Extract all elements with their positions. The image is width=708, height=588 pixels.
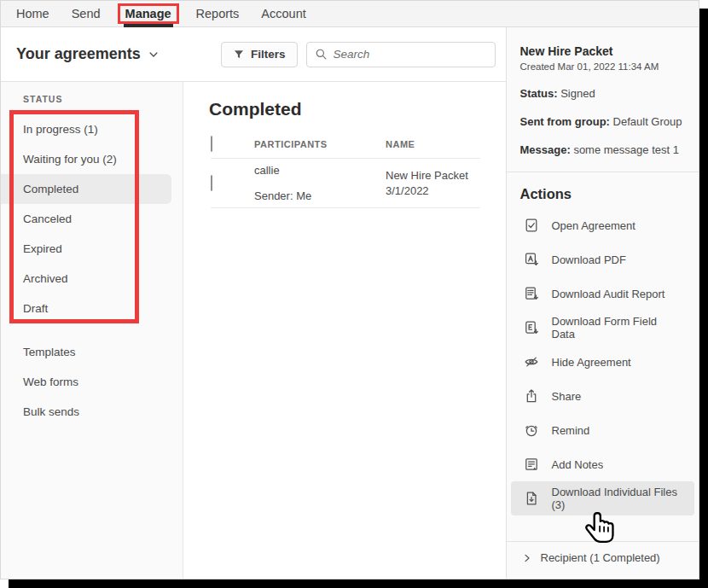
- row-checkbox[interactable]: [211, 175, 212, 191]
- sidebar-item-expired[interactable]: Expired: [1, 234, 183, 264]
- action-label: Download Individual Files (3): [552, 486, 686, 511]
- actions-heading: Actions: [520, 186, 686, 202]
- download-audit-report-icon: [524, 286, 539, 301]
- hide-agreement-icon: [524, 354, 539, 370]
- download-individual-files-icon: [524, 491, 539, 506]
- table-header-row: PARTICIPANTS NAME: [211, 130, 480, 159]
- sidebar-item-canceled[interactable]: Canceled: [1, 204, 183, 234]
- agreements-table: PARTICIPANTS NAME callie Sender: Me New …: [211, 130, 480, 208]
- status-section-label: STATUS: [23, 94, 183, 106]
- action-download-individual-files[interactable]: Download Individual Files (3): [511, 481, 695, 515]
- download-pdf-icon: [524, 252, 539, 267]
- agreement-date: 3/1/2022: [386, 183, 480, 199]
- sidebar-other-list: Templates Web forms Bulk sends: [1, 337, 183, 427]
- detail-field-message: Message: some message test 1: [520, 143, 686, 157]
- chevron-down-icon: [148, 49, 160, 61]
- action-label: Open Agreement: [552, 219, 635, 232]
- active-tab-underline: [124, 24, 173, 27]
- nav-tab-send[interactable]: Send: [72, 7, 101, 20]
- download-form-field-data-icon: [524, 320, 539, 335]
- chevron-right-icon: [522, 553, 532, 563]
- select-all-checkbox[interactable]: [211, 136, 212, 152]
- table-row[interactable]: callie Sender: Me New Hire Packet 3/1/20…: [211, 159, 480, 208]
- detail-field-group: Sent from group: Default Group: [520, 115, 686, 129]
- action-label: Download Form Field Data: [552, 315, 681, 341]
- action-label: Hide Agreement: [552, 356, 631, 369]
- nav-tab-manage[interactable]: Manage: [118, 3, 179, 24]
- action-label: Add Notes: [552, 458, 604, 471]
- agreement-name: New Hire Packet: [386, 168, 480, 183]
- open-agreement-icon: [524, 218, 539, 233]
- name-column-header: NAME: [386, 139, 480, 149]
- recipient-expander-label: Recipient (1 Completed): [541, 551, 660, 564]
- participants-column-header: PARTICIPANTS: [254, 139, 386, 149]
- agreement-detail-panel: New Hire Packet Created Mar 01, 2022 11:…: [506, 27, 699, 579]
- detail-title: New Hire Packet: [520, 44, 686, 58]
- action-download-form-field-data[interactable]: Download Form Field Data: [520, 311, 686, 345]
- message-field-value: some message test 1: [573, 143, 679, 156]
- action-open-agreement[interactable]: Open Agreement: [520, 208, 686, 242]
- agreements-list-panel: Completed PARTICIPANTS NAME callie Sende…: [183, 82, 506, 579]
- action-remind[interactable]: Remind: [520, 413, 686, 447]
- action-label: Share: [552, 390, 582, 403]
- message-field-label: Message:: [520, 143, 571, 156]
- recipient-expander[interactable]: Recipient (1 Completed): [520, 542, 686, 564]
- nav-tab-account[interactable]: Account: [261, 7, 305, 20]
- list-heading: Completed: [209, 99, 506, 119]
- sidebar-item-in-progress[interactable]: In progress (1): [1, 114, 183, 144]
- action-download-audit-report[interactable]: Download Audit Report: [520, 277, 686, 311]
- acrobat-sign-manage-window: Home Send Manage Reports Account Your ag…: [0, 0, 699, 579]
- filters-button[interactable]: Filters: [221, 42, 298, 67]
- action-add-notes[interactable]: Add Notes: [520, 447, 686, 481]
- action-hide-agreement[interactable]: Hide Agreement: [520, 345, 686, 379]
- action-label: Download PDF: [552, 253, 626, 266]
- sidebar-item-waiting-for-you[interactable]: Waiting for you (2): [1, 144, 183, 174]
- participant-sender: Sender: Me: [254, 189, 386, 202]
- action-share[interactable]: Share: [520, 379, 686, 413]
- sidebar-item-archived[interactable]: Archived: [1, 264, 183, 294]
- share-icon: [524, 388, 539, 404]
- top-navigation: Home Send Manage Reports Account: [1, 1, 699, 27]
- agreements-title-dropdown[interactable]: Your agreements: [16, 45, 160, 63]
- nav-tab-reports[interactable]: Reports: [196, 7, 240, 20]
- status-sidebar: STATUS In progress (1) Waiting for you (…: [1, 82, 183, 579]
- panel-divider: [507, 172, 699, 172]
- nav-tab-home[interactable]: Home: [16, 7, 49, 20]
- status-field-label: Status:: [520, 87, 558, 100]
- nav-tab-manage-label: Manage: [125, 7, 171, 20]
- sidebar-item-web-forms[interactable]: Web forms: [1, 367, 183, 397]
- action-download-pdf[interactable]: Download PDF: [520, 242, 686, 277]
- participant-name: callie: [254, 164, 386, 177]
- add-notes-icon: [524, 457, 539, 472]
- action-label: Download Audit Report: [552, 288, 665, 300]
- sidebar-item-templates[interactable]: Templates: [1, 337, 183, 367]
- sidebar-item-bulk-sends[interactable]: Bulk sends: [1, 397, 183, 427]
- filters-button-label: Filters: [251, 48, 286, 61]
- detail-field-status: Status: Signed: [520, 87, 686, 101]
- search-icon: [315, 48, 328, 61]
- remind-icon: [524, 422, 539, 438]
- action-label: Remind: [552, 424, 590, 437]
- sidebar-item-draft[interactable]: Draft: [1, 294, 183, 323]
- group-field-value: Default Group: [613, 115, 682, 128]
- agreements-header-bar: Your agreements Filters: [1, 27, 506, 82]
- group-field-label: Sent from group:: [520, 115, 610, 128]
- detail-created-date: Created Mar 01, 2022 11:34 AM: [520, 61, 686, 72]
- status-field-value: Signed: [560, 87, 595, 100]
- search-box[interactable]: [306, 42, 496, 67]
- sidebar-item-completed[interactable]: Completed: [1, 174, 183, 204]
- page-title: Your agreements: [16, 45, 141, 63]
- status-list: In progress (1) Waiting for you (2) Comp…: [1, 114, 183, 323]
- search-input[interactable]: [334, 48, 487, 61]
- filter-funnel-icon: [233, 49, 245, 61]
